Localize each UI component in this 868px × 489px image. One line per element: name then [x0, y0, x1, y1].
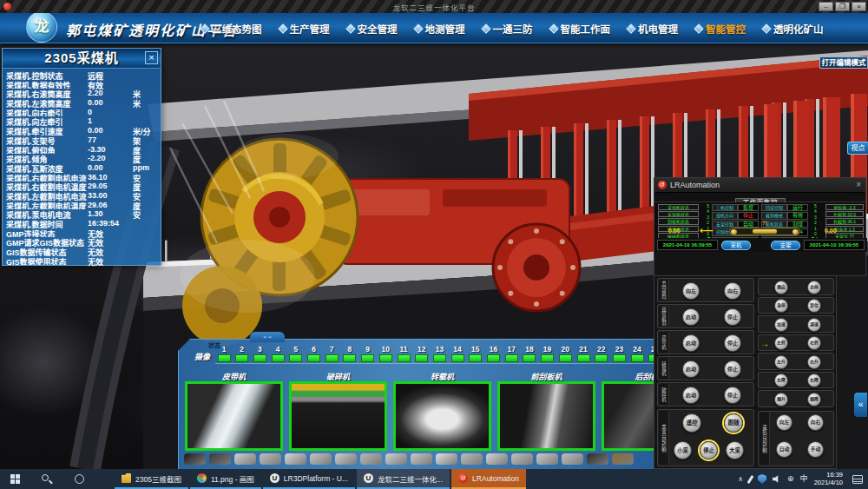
control-round-button[interactable]: 停止: [724, 387, 741, 404]
channel-status-square[interactable]: [253, 354, 266, 362]
taskbar-item[interactable]: U龙软二三维一体化...: [357, 469, 450, 489]
filmstrip-frame[interactable]: [184, 453, 206, 465]
scada-left-button[interactable]: 采煤机状态: [658, 204, 699, 210]
channel-status-square[interactable]: [361, 354, 374, 362]
scada-left-button[interactable]: 支架群状态: [658, 211, 699, 217]
speaker-icon[interactable]: [773, 475, 781, 484]
pill-tab-right[interactable]: 支架: [771, 241, 800, 250]
pen-icon[interactable]: [747, 474, 754, 483]
channel-status-square[interactable]: [505, 354, 518, 362]
taskbar-item[interactable]: ↺LRAutomation: [451, 469, 526, 489]
control-round-button[interactable]: 自动: [776, 441, 792, 458]
filmstrip-frame[interactable]: [360, 453, 382, 465]
control-round-button[interactable]: 左转: [774, 336, 788, 350]
filmstrip-frame[interactable]: [335, 453, 357, 465]
camera-thumbnail[interactable]: [185, 381, 283, 451]
network-globe-icon[interactable]: ⊕: [787, 469, 794, 489]
channel-status-square[interactable]: [379, 354, 392, 362]
control-round-button[interactable]: 向右: [807, 414, 824, 431]
channel-status-square[interactable]: [523, 354, 536, 362]
scada-right-button[interactable]: 左截割 33.0: [825, 211, 864, 217]
channel-status-square[interactable]: [469, 354, 482, 362]
taskbar-item[interactable]: 11.png - 画图: [190, 469, 261, 489]
control-round-button[interactable]: 左降: [774, 373, 788, 387]
control-round-button[interactable]: 左升: [774, 355, 788, 369]
filmstrip-frame[interactable]: [285, 453, 306, 465]
control-round-button[interactable]: 启动: [682, 387, 700, 404]
control-round-button[interactable]: 右降: [807, 373, 821, 387]
channel-status-square[interactable]: [595, 354, 608, 362]
filmstrip-frame[interactable]: [461, 453, 483, 465]
control-round-button[interactable]: 启动: [682, 308, 700, 326]
channel-status-square[interactable]: [631, 354, 644, 362]
control-round-button[interactable]: 停止: [724, 360, 741, 378]
control-round-button[interactable]: 顺降: [807, 393, 821, 406]
filmstrip-frame[interactable]: [260, 453, 281, 465]
filmstrip-frame[interactable]: [385, 453, 407, 465]
lra-titlebar[interactable]: ↺ LRAutomation ×: [654, 178, 865, 193]
nav-item-8[interactable]: 智能管控: [695, 22, 746, 36]
channel-status-square[interactable]: [451, 354, 464, 362]
channel-status-square[interactable]: [272, 354, 285, 362]
maximize-button[interactable]: ❐: [835, 2, 850, 11]
minimize-button[interactable]: –: [819, 2, 833, 11]
control-round-button[interactable]: 顺升: [774, 393, 788, 406]
shearer-panel-close-icon[interactable]: ×: [145, 51, 158, 64]
camera-thumbnail[interactable]: [393, 381, 491, 451]
channel-status-square[interactable]: [559, 354, 572, 362]
camera-panel-chevron-tab[interactable]: ⌄⌄: [250, 332, 285, 342]
nav-item-7[interactable]: 机电管理: [628, 22, 678, 36]
control-round-button[interactable]: 复位: [807, 299, 821, 313]
channel-status-square[interactable]: [541, 354, 554, 362]
control-round-button[interactable]: 小采: [674, 441, 692, 459]
filmstrip-frame[interactable]: [234, 453, 256, 465]
tray-chevron-icon[interactable]: ∧: [738, 469, 743, 489]
control-round-button[interactable]: 向左: [776, 414, 792, 431]
control-round-button[interactable]: 停止: [700, 441, 718, 459]
filmstrip-frame[interactable]: [436, 453, 457, 465]
control-round-button[interactable]: 总停: [807, 281, 821, 294]
nav-item-6[interactable]: 智能工作面: [550, 22, 611, 36]
filmstrip-frame[interactable]: [612, 453, 634, 465]
control-round-button[interactable]: 跟随: [724, 413, 743, 433]
channel-status-square[interactable]: [289, 354, 302, 362]
panel-collapse-chevron[interactable]: «: [854, 393, 867, 417]
taskbar-item[interactable]: ULR3DPlatform - U...: [263, 469, 355, 489]
filmstrip-frame[interactable]: [511, 453, 533, 465]
clock[interactable]: 16:39 2021/4/10: [814, 472, 843, 486]
control-round-button[interactable]: 停止: [724, 308, 741, 326]
cortana-button[interactable]: [62, 469, 95, 489]
channel-status-square[interactable]: [326, 354, 339, 362]
filmstrip-frame[interactable]: [562, 453, 583, 465]
channel-status-square[interactable]: [577, 354, 590, 362]
scada-right-button[interactable]: 俯仰角 -3.3: [825, 204, 864, 210]
camera-thumbnail[interactable]: [289, 381, 387, 451]
control-round-button[interactable]: 向右: [724, 282, 741, 300]
defender-shield-icon[interactable]: [758, 474, 766, 484]
channel-status-square[interactable]: [307, 354, 320, 362]
control-round-button[interactable]: 顺启: [774, 281, 788, 294]
control-round-button[interactable]: 手动: [807, 441, 824, 458]
pill-tab-left[interactable]: 采机: [721, 241, 751, 250]
channel-status-square[interactable]: [343, 354, 356, 362]
control-round-button[interactable]: 启动: [682, 360, 700, 378]
nav-item-5[interactable]: 一通三防: [483, 22, 533, 36]
channel-status-square[interactable]: [218, 354, 231, 362]
taskbar-item[interactable]: 2305三维截图: [115, 469, 188, 489]
filmstrip-frame[interactable]: [486, 453, 508, 465]
nav-item-4[interactable]: 地测管理: [415, 22, 465, 36]
control-round-button[interactable]: 遥控: [682, 413, 701, 433]
channel-status-square[interactable]: [613, 354, 626, 362]
control-round-button[interactable]: 停止: [724, 334, 741, 352]
filmstrip-frame[interactable]: [209, 453, 231, 465]
control-round-button[interactable]: 急停: [774, 299, 788, 313]
channel-status-square[interactable]: [235, 354, 248, 362]
channel-status-square[interactable]: [487, 354, 500, 362]
lra-close-icon[interactable]: ×: [856, 180, 861, 189]
close-button[interactable]: ×: [852, 2, 866, 11]
channel-status-square[interactable]: [433, 354, 446, 362]
nav-item-2[interactable]: 生产管理: [279, 22, 330, 36]
filmstrip-frame[interactable]: [587, 453, 608, 465]
nav-item-1[interactable]: 三维态势图: [201, 22, 262, 36]
ime-indicator[interactable]: 中: [800, 469, 808, 489]
